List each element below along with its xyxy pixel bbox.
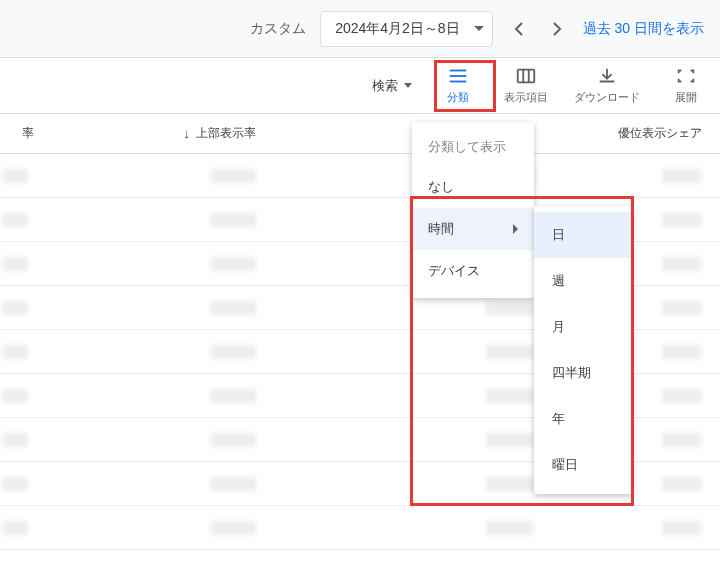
search-label: 検索 xyxy=(372,77,398,95)
segment-menu-title: 分類して表示 xyxy=(412,128,534,166)
custom-label: カスタム xyxy=(250,20,306,38)
chevron-right-icon xyxy=(513,224,518,234)
time-submenu-day[interactable]: 日 xyxy=(534,212,632,258)
time-submenu: 日 週 月 四半期 年 曜日 xyxy=(534,206,632,494)
time-submenu-week[interactable]: 週 xyxy=(534,258,632,304)
segment-menu: 分類して表示 なし 時間 デバイス xyxy=(412,122,534,298)
columns-label: 表示項目 xyxy=(504,90,548,105)
chevron-right-icon xyxy=(552,22,562,36)
segment-label: 分類 xyxy=(447,90,469,105)
segment-menu-time[interactable]: 時間 xyxy=(412,208,534,250)
next-period-button[interactable] xyxy=(545,17,569,41)
sort-down-icon: ↓ xyxy=(184,126,191,141)
download-label: ダウンロード xyxy=(574,90,640,105)
date-range-picker[interactable]: 2024年4月2日～8日 xyxy=(320,11,493,47)
segment-menu-none-label: なし xyxy=(428,178,454,196)
column-header-rate[interactable]: 率 xyxy=(0,125,50,142)
time-submenu-year[interactable]: 年 xyxy=(534,396,632,442)
last-30-days-link[interactable]: 過去 30 日間を表示 xyxy=(583,20,704,38)
time-submenu-month[interactable]: 月 xyxy=(534,304,632,350)
table-row[interactable] xyxy=(0,154,720,198)
expand-label: 展開 xyxy=(675,90,697,105)
columns-button[interactable]: 表示項目 xyxy=(504,66,548,105)
download-icon xyxy=(596,66,618,86)
download-button[interactable]: ダウンロード xyxy=(574,66,640,105)
date-range-text: 2024年4月2日～8日 xyxy=(335,20,460,38)
search-button[interactable]: 検索 xyxy=(372,77,412,95)
table-row[interactable] xyxy=(0,506,720,550)
time-submenu-month-label: 月 xyxy=(552,318,565,336)
table-header-row: 率 ↓ 上部表示率 優位表示シェア xyxy=(0,114,720,154)
time-submenu-day-of-week[interactable]: 曜日 xyxy=(534,442,632,488)
expand-icon xyxy=(675,66,697,86)
columns-icon xyxy=(515,66,537,86)
column-header-top-rate[interactable]: ↓ 上部表示率 xyxy=(50,125,280,142)
time-submenu-quarter-label: 四半期 xyxy=(552,364,591,382)
time-submenu-year-label: 年 xyxy=(552,410,565,428)
column-header-abs-top-share[interactable]: 優位表示シェア xyxy=(590,125,720,142)
segment-menu-device-label: デバイス xyxy=(428,262,480,280)
segment-button[interactable]: 分類 xyxy=(438,66,478,105)
segment-menu-device[interactable]: デバイス xyxy=(412,250,534,292)
chevron-left-icon xyxy=(514,22,524,36)
dropdown-caret-icon xyxy=(404,83,412,88)
segment-menu-none[interactable]: なし xyxy=(412,166,534,208)
segment-icon xyxy=(447,66,469,86)
column-header-top-rate-label: 上部表示率 xyxy=(196,125,256,142)
time-submenu-week-label: 週 xyxy=(552,272,565,290)
time-submenu-dow-label: 曜日 xyxy=(552,456,578,474)
time-submenu-day-label: 日 xyxy=(552,226,565,244)
dropdown-caret-icon xyxy=(474,26,484,31)
svg-rect-3 xyxy=(518,70,535,83)
segment-menu-time-label: 時間 xyxy=(428,220,454,238)
date-range-bar: カスタム 2024年4月2日～8日 過去 30 日間を表示 xyxy=(0,0,720,58)
table-toolbar: 検索 分類 表示項目 ダウンロード 展開 xyxy=(0,58,720,114)
expand-button[interactable]: 展開 xyxy=(666,66,706,105)
prev-period-button[interactable] xyxy=(507,17,531,41)
time-submenu-quarter[interactable]: 四半期 xyxy=(534,350,632,396)
